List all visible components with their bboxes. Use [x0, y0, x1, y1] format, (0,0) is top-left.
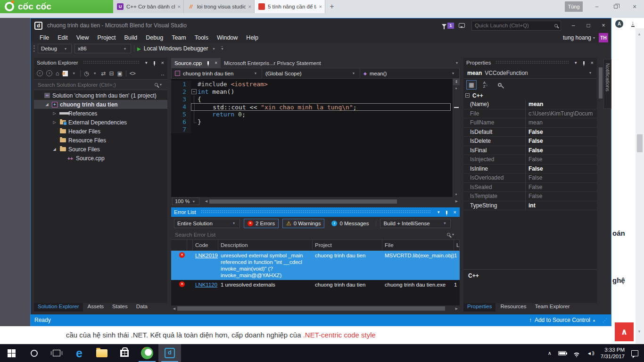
user-chevron-down-icon[interactable]: ▾: [593, 36, 595, 40]
close-icon[interactable]: ×: [160, 60, 165, 66]
tree-collapsed-icon[interactable]: ▷: [52, 120, 57, 124]
start-debug-button[interactable]: Local Windows Debugger: [144, 45, 208, 52]
menu-help[interactable]: Help: [242, 34, 263, 41]
error-source-dropdown[interactable]: Build + IntelliSense ▾: [380, 219, 451, 228]
dock-tab-resources[interactable]: Resources: [496, 303, 530, 312]
scrollbar-thumb[interactable]: [209, 199, 397, 204]
property-row[interactable]: TypeStringint: [463, 201, 597, 211]
property-value[interactable]: mean: [526, 100, 597, 109]
notification-badge[interactable]: 1: [447, 23, 454, 29]
scroll-to-top-button[interactable]: ∧: [615, 322, 634, 341]
properties-object-dropdown[interactable]: mean VCCodeFunction ▾: [463, 67, 597, 79]
property-row[interactable]: IsInjectedFalse: [463, 155, 597, 165]
nav-scope-dropdown[interactable]: (Global Scope) ▾: [262, 68, 360, 78]
chevron-down-icon[interactable]: ▾: [213, 47, 215, 51]
menu-debug[interactable]: Debug: [141, 34, 167, 41]
editor-splitter-icon[interactable]: ⇕: [453, 79, 460, 85]
dock-tab-assets[interactable]: Assets: [84, 303, 108, 312]
panel-menu-chevron-icon[interactable]: ▾: [144, 60, 149, 65]
browser-tab[interactable]: 5 tính năng cần để tâm tro×: [255, 0, 325, 13]
error-scope-dropdown[interactable]: Entire Solution ▾: [174, 219, 240, 228]
collapse-all-icon[interactable]: ⊟: [109, 70, 114, 77]
tree-item[interactable]: ∞Solution 'chuong trinh dau tien' (1 pro…: [34, 91, 167, 100]
notifications-filter-icon[interactable]: [442, 24, 446, 27]
editor-zoom-dropdown[interactable]: 100 % ▾: [172, 197, 199, 205]
edge-button[interactable]: e: [68, 344, 91, 362]
coccoc-taskbar-button[interactable]: [136, 344, 158, 362]
property-value[interactable]: False: [526, 128, 597, 137]
back-icon[interactable]: ‹: [37, 70, 43, 76]
error-list-search-input[interactable]: [175, 232, 447, 238]
code-line[interactable]: 4 std::cout << "xin chao minh la tung\n"…: [171, 103, 453, 111]
view-code-icon[interactable]: <>: [130, 70, 135, 77]
property-pages-button[interactable]: [495, 80, 505, 90]
document-tab[interactable]: Source.cpp×: [171, 58, 221, 68]
chevron-down-icon[interactable]: ▾: [94, 71, 96, 75]
resize-grip[interactable]: ⋰: [603, 318, 607, 323]
chevron-down-icon[interactable]: ▾: [452, 232, 454, 237]
column-header-file[interactable]: File: [382, 240, 454, 250]
property-value[interactable]: False: [526, 165, 597, 173]
property-value[interactable]: False: [526, 192, 597, 201]
code-line[interactable]: 6}: [171, 118, 453, 126]
vs-maximize-button[interactable]: □: [581, 20, 596, 31]
editor-horizontal-scrollbar[interactable]: ◀ ▶: [203, 198, 460, 205]
dock-tab-data[interactable]: Data: [132, 303, 151, 312]
cortana-button[interactable]: [23, 344, 45, 362]
scrollbar-up-icon[interactable]: ▲: [637, 32, 641, 36]
quick-launch-input[interactable]: [475, 23, 554, 28]
extension-a-icon[interactable]: A: [615, 20, 623, 28]
feedback-icon[interactable]: [459, 23, 465, 28]
menu-tools[interactable]: Tools: [190, 34, 213, 41]
start-button[interactable]: [0, 344, 23, 362]
scroll-up-icon[interactable]: ▲: [454, 86, 458, 90]
new-tab-button[interactable]: +: [325, 0, 339, 13]
column-header-blank[interactable]: [171, 240, 187, 250]
column-header-l[interactable]: L: [454, 240, 460, 250]
browser-scrollbar[interactable]: ▲ ▼: [636, 28, 644, 344]
scrollbar-thumb[interactable]: [177, 306, 445, 311]
error-list-search[interactable]: ▾: [171, 230, 460, 240]
tree-expanded-icon[interactable]: ◢: [44, 102, 50, 107]
property-value[interactable]: False: [526, 137, 597, 146]
pin-icon[interactable]: [583, 61, 585, 65]
dock-tab-states[interactable]: States: [108, 303, 132, 312]
tree-item[interactable]: ◢+chuong trinh dau tien: [34, 100, 167, 109]
file-explorer-button[interactable]: [91, 344, 113, 362]
solution-explorer-search-input[interactable]: [38, 82, 155, 88]
browser-tab[interactable]: UC++ Cơ bản dành cho ngu×: [113, 0, 184, 13]
user-avatar[interactable]: TH: [599, 33, 608, 42]
code-line[interactable]: 5 return 0;: [171, 111, 453, 118]
notifications-tab[interactable]: Notifications: [603, 59, 611, 109]
category-header[interactable]: − C++: [463, 91, 597, 100]
blend-taskbar-button[interactable]: d: [158, 344, 181, 362]
property-row[interactable]: IsTemplateFalse: [463, 192, 597, 201]
menu-window[interactable]: Window: [213, 34, 242, 41]
menu-build[interactable]: Build: [120, 34, 141, 41]
browser-restore-button[interactable]: [606, 0, 625, 13]
errors-filter-button[interactable]: ✕ 2 Errors: [244, 219, 279, 228]
quick-launch-box[interactable]: [471, 21, 561, 31]
code-lines[interactable]: 1#include <iostream>2−int mean()3{4 std:…: [171, 79, 453, 197]
tab-close-icon[interactable]: ×: [319, 4, 322, 9]
pin-icon[interactable]: [446, 211, 447, 214]
tab-close-icon[interactable]: ×: [248, 4, 251, 9]
property-row[interactable]: IsOverloadedFalse: [463, 173, 597, 183]
property-row[interactable]: IsDeleteFalse: [463, 137, 597, 146]
configuration-dropdown[interactable]: Debug ▾: [38, 44, 72, 53]
fold-minus-icon[interactable]: −: [191, 89, 197, 94]
home-icon[interactable]: ⌂: [56, 70, 59, 77]
toolbar-grip[interactable]: [33, 45, 35, 52]
scrollbar-thumb[interactable]: [599, 67, 603, 99]
property-value[interactable]: False: [526, 183, 597, 192]
scroll-left-icon[interactable]: ◀: [171, 307, 177, 311]
task-view-button[interactable]: [45, 344, 68, 362]
property-row[interactable]: IsDefaultFalse: [463, 128, 597, 137]
browser-profile-button[interactable]: Tùng: [565, 1, 583, 12]
code-editor[interactable]: 1#include <iostream>2−int mean()3{4 std:…: [171, 79, 460, 197]
property-row[interactable]: IsFinalFalse: [463, 146, 597, 156]
scroll-right-icon[interactable]: ▶: [454, 307, 460, 311]
refresh-icon[interactable]: ⇄: [101, 70, 106, 77]
vs-title-bar[interactable]: d chuong trinh dau tien - Microsoft Blen…: [31, 18, 611, 33]
download-icon[interactable]: ↓: [631, 20, 635, 27]
